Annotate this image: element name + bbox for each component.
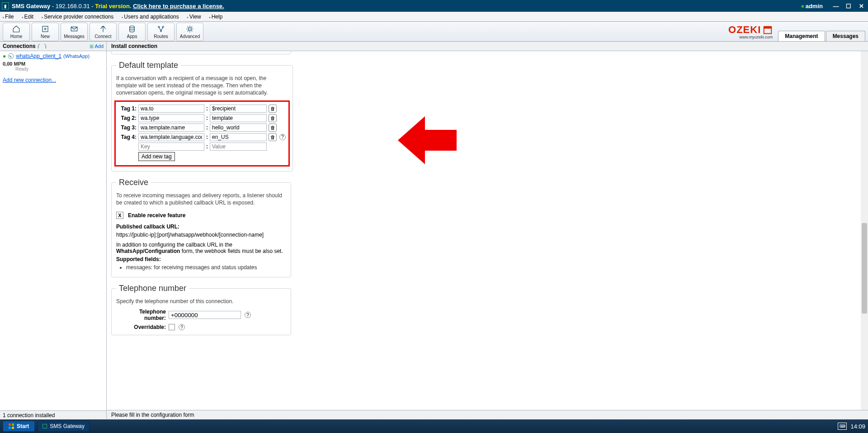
- envelope-icon: [70, 25, 78, 33]
- advanced-button[interactable]: Advanced: [176, 23, 203, 41]
- tag-row-3: Tag 3: : 🗑: [118, 124, 286, 132]
- messages-button[interactable]: Messages: [61, 23, 88, 41]
- webhook-note: In addition to configuring the callback …: [116, 242, 286, 254]
- tag-row-1: Tag 1: : 🗑: [118, 105, 286, 113]
- routes-button[interactable]: Routes: [147, 23, 175, 41]
- tag-4-key-input[interactable]: [138, 133, 204, 141]
- enable-receive-label: Enable receive feature: [128, 212, 185, 219]
- content-panel: Install connection X Mark incoming messa…: [107, 42, 868, 419]
- tag-1-delete-button[interactable]: 🗑: [269, 105, 277, 113]
- add-connection-link[interactable]: Add: [90, 43, 104, 49]
- new-tag-key-input[interactable]: [138, 143, 204, 151]
- tray-keyboard-icon[interactable]: ⌨: [838, 423, 847, 430]
- help-icon[interactable]: ?: [279, 134, 286, 140]
- connection-rate: 0,00 MPM: [3, 61, 25, 67]
- tag-1-value-input[interactable]: [210, 105, 267, 113]
- tag-1-key-input[interactable]: [138, 105, 204, 113]
- svg-rect-11: [9, 423, 11, 426]
- published-url-label: Published callback URL:: [116, 224, 286, 230]
- apps-button[interactable]: Apps: [118, 23, 146, 41]
- tag-row-4: Tag 4: : 🗑 ?: [118, 133, 286, 141]
- gear-icon: [186, 25, 194, 33]
- svg-rect-13: [9, 427, 11, 429]
- svg-point-6: [189, 28, 191, 30]
- help-icon[interactable]: ?: [245, 312, 251, 318]
- connections-panel: Connections Add ● whatsApp_client_1 (Wha…: [0, 42, 107, 419]
- svg-point-9: [8, 53, 14, 59]
- tag-row-new: :: [118, 143, 286, 151]
- svg-rect-14: [12, 427, 14, 429]
- enable-receive-checkbox[interactable]: X: [116, 212, 123, 219]
- svg-rect-12: [12, 423, 14, 426]
- trial-label: Trial version.: [95, 3, 131, 10]
- help-icon[interactable]: ?: [179, 324, 185, 330]
- calendar-icon: [763, 25, 773, 35]
- tag-3-label: Tag 3:: [118, 124, 137, 131]
- tag-2-value-input[interactable]: [210, 114, 267, 122]
- connection-status: Ready: [15, 67, 104, 71]
- menu-file[interactable]: File: [3, 14, 14, 20]
- home-button[interactable]: Home: [3, 23, 30, 41]
- status-dot-icon: ●: [3, 53, 6, 59]
- whatsapp-icon: [8, 53, 14, 59]
- overridable-label: Overridable:: [116, 324, 166, 330]
- menu-service-provider[interactable]: Service provider connections: [42, 14, 113, 20]
- tab-messages[interactable]: Messages: [826, 31, 865, 41]
- titlebar: ▮ SMS Gateway - 192.168.0.31 - Trial ver…: [0, 0, 868, 12]
- taskbar: Start SMS Gateway ⌨ 14:09: [0, 419, 868, 433]
- brand-logo: OZEKI www.myozeki.com: [728, 23, 775, 41]
- default-template-desc: If a conversation with a recipient of a …: [116, 75, 288, 97]
- taskbar-item-sms-gateway[interactable]: SMS Gateway: [38, 421, 90, 432]
- tab-management[interactable]: Management: [778, 31, 825, 41]
- menubar: File Edit Service provider connections U…: [0, 12, 868, 22]
- connection-name-link[interactable]: whatsApp_client_1: [16, 53, 61, 59]
- menu-view[interactable]: View: [187, 14, 201, 20]
- svg-marker-10: [398, 116, 457, 164]
- menu-help[interactable]: Help: [209, 14, 223, 20]
- app-title: SMS Gateway: [12, 3, 50, 10]
- annotation-arrow: [398, 112, 457, 170]
- connection-item[interactable]: ● whatsApp_client_1 (WhatsApp) 0,00 MPM …: [0, 51, 106, 73]
- menu-users[interactable]: Users and applications: [122, 14, 179, 20]
- tag-3-key-input[interactable]: [138, 124, 204, 132]
- tag-2-label: Tag 2:: [118, 115, 137, 121]
- svg-point-2: [130, 26, 135, 28]
- overridable-checkbox[interactable]: [169, 324, 175, 330]
- content-header: Install connection: [107, 42, 868, 51]
- home-icon: [12, 25, 20, 33]
- svg-rect-8: [764, 26, 772, 29]
- maximize-button[interactable]: ☐: [844, 2, 854, 10]
- tag-row-2: Tag 2: : 🗑: [118, 114, 286, 122]
- new-button[interactable]: New: [32, 23, 59, 41]
- telephone-label: Telephone number:: [116, 309, 166, 321]
- svg-point-3: [158, 26, 160, 28]
- menu-edit[interactable]: Edit: [22, 14, 33, 20]
- published-url: https://[public-ip]:[port]/whatsapp/webh…: [116, 232, 286, 238]
- purchase-link[interactable]: Click here to purchase a license.: [133, 3, 224, 10]
- receive-legend: Receive: [116, 178, 151, 187]
- tag-4-delete-button[interactable]: 🗑: [269, 133, 277, 141]
- connections-icon: [38, 43, 47, 49]
- tag-4-value-input[interactable]: [210, 133, 267, 141]
- telephone-input[interactable]: [169, 311, 241, 319]
- new-tag-value-input[interactable]: [210, 143, 267, 151]
- add-new-connection-link[interactable]: Add new connection...: [0, 73, 106, 87]
- telephone-legend: Telephone number: [116, 284, 189, 293]
- close-button[interactable]: ✕: [856, 2, 866, 10]
- connections-count: 1 connection installed: [0, 410, 106, 419]
- tag-3-value-input[interactable]: [210, 124, 267, 132]
- scrollbar[interactable]: [861, 51, 868, 410]
- tag-2-key-input[interactable]: [138, 114, 204, 122]
- minimize-button[interactable]: —: [831, 2, 841, 10]
- plus-icon: [41, 25, 49, 33]
- tag-2-delete-button[interactable]: 🗑: [269, 114, 277, 122]
- start-button[interactable]: Start: [3, 421, 35, 432]
- routes-icon: [157, 25, 165, 33]
- add-new-tag-button[interactable]: Add new tag: [138, 152, 175, 161]
- svg-point-4: [162, 26, 164, 28]
- connect-button[interactable]: Connect: [90, 23, 117, 41]
- windows-icon: [9, 423, 14, 429]
- content-footer: Please fill in the configuration form: [107, 410, 868, 419]
- tag-3-delete-button[interactable]: 🗑: [269, 124, 277, 132]
- tag-1-label: Tag 1:: [118, 105, 137, 112]
